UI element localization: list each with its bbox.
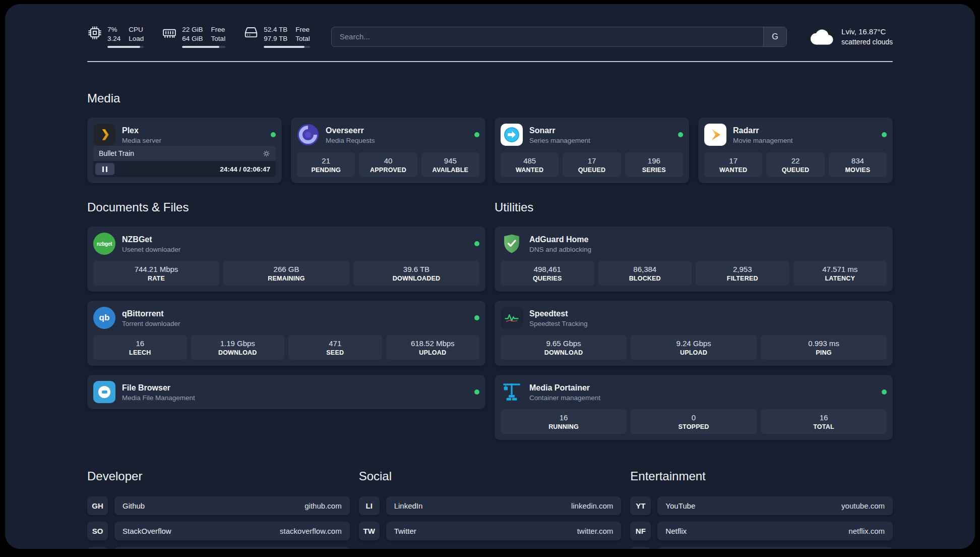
link-github[interactable]: Github github.com <box>114 496 350 515</box>
app-card-plex[interactable]: Plex Media server Bullet Train <box>87 118 282 183</box>
stat-label: BLOCKED <box>600 275 690 282</box>
weather-widget: Lviv, 16.87°C scattered clouds <box>808 26 893 47</box>
app-desc: Movie management <box>733 137 793 144</box>
github-badge[interactable]: GH <box>87 496 108 515</box>
section-title-entertainment: Entertainment <box>630 469 893 483</box>
stat-value: 47.571 ms <box>795 265 885 273</box>
section-developer: Developer GH Github github.com SO StackO… <box>87 469 350 549</box>
status-indicator <box>882 389 887 395</box>
cpu-load-average: 3.24 <box>107 34 120 43</box>
disk-widget: 52.4 TB 97.9 TB Free Total <box>243 25 310 48</box>
link-stackoverflow[interactable]: StackOverflow stackoverflow.com <box>114 522 350 540</box>
link-netflix[interactable]: Netflix netflix.com <box>657 522 893 540</box>
link-row-stackoverflow: SO StackOverflow stackoverflow.com <box>87 522 350 540</box>
app-header: Plex Media server <box>93 124 276 146</box>
now-playing-title: Bullet Train <box>99 149 134 157</box>
app-desc: Speedtest Tracking <box>529 320 588 327</box>
app-name: Sonarr <box>529 126 590 136</box>
qbittorrent-icon: qb <box>93 307 115 329</box>
link-row-github: GH Github github.com <box>87 496 350 515</box>
media-grid: Plex Media server Bullet Train <box>87 118 893 183</box>
stat-value: 17 <box>706 156 760 165</box>
settings-gear-icon[interactable] <box>263 150 270 157</box>
search-engine-button[interactable]: G <box>763 27 786 46</box>
app-card-radarr[interactable]: Radarr Movie management 17 WANTED 22 QUE… <box>698 118 893 183</box>
plex-now-playing: Bullet Train 24:44 / 02:06:47 <box>93 146 276 177</box>
link-name: Netflix <box>665 527 687 535</box>
dashboard: 7% 3.24 CPU Load <box>5 4 975 549</box>
app-header: File Browser Media File Management <box>93 381 479 403</box>
app-card-nzbget[interactable]: nzbget NZBGet Usenet downloader 744.21 M… <box>87 227 485 292</box>
link-row-reddit: RE Reddit reddit.com <box>630 547 893 549</box>
cpu-usage-bar-fill <box>107 46 140 48</box>
stat-value: 834 <box>831 156 885 165</box>
status-indicator <box>882 132 887 137</box>
section-title-developer: Developer <box>87 469 350 483</box>
stat-value: 744.21 Mbps <box>95 265 217 273</box>
stats-row: 9.65 Gbps DOWNLOAD 9.24 Gbps UPLOAD 0.99… <box>501 329 887 360</box>
app-card-overseerr[interactable]: Overseerr Media Requests 21 PENDING 40 A… <box>291 118 485 183</box>
netflix-badge[interactable]: NF <box>630 522 651 540</box>
app-card-qbittorrent[interactable]: qb qBittorrent Torrent downloader 16 LEE… <box>87 301 485 366</box>
link-twitter[interactable]: Twitter twitter.com <box>386 522 622 540</box>
cloud-icon <box>808 28 834 46</box>
stat-movies: 834 MOVIES <box>829 152 887 177</box>
stat-label: REMAINING <box>225 275 347 282</box>
stat-label: WANTED <box>706 166 760 174</box>
stat-leech: 16 LEECH <box>93 335 187 360</box>
search-input[interactable] <box>332 27 763 46</box>
cpu-label2: Load <box>129 34 144 43</box>
dev-badge[interactable]: DT <box>87 547 108 549</box>
app-card-portainer[interactable]: Media Portainer Container management 16 … <box>495 375 893 440</box>
stat-downloaded: 39.6 TB DOWNLOADED <box>353 261 479 286</box>
ram-widget: 22 GiB 64 GiB Free Total <box>162 25 225 48</box>
disk-total-value: 97.9 TB <box>264 34 287 43</box>
link-name: Twitter <box>394 527 416 535</box>
stat-approved: 40 APPROVED <box>359 152 417 177</box>
utilities-column: Utilities <box>495 183 893 440</box>
link-youtube[interactable]: YouTube youtube.com <box>657 496 893 515</box>
search-bar: G <box>331 27 787 47</box>
stat-wanted: 485 WANTED <box>501 152 559 177</box>
disk-usage-bar-fill <box>264 46 304 48</box>
reddit-badge[interactable]: RE <box>630 547 651 549</box>
stat-latency: 47.571 ms LATENCY <box>793 261 887 286</box>
app-name: Overseerr <box>326 126 375 136</box>
nzbget-icon: nzbget <box>93 233 115 255</box>
twitter-badge[interactable]: TW <box>359 522 380 540</box>
disk-usage-bar <box>264 46 310 48</box>
app-card-filebrowser[interactable]: File Browser Media File Management <box>87 375 485 409</box>
app-card-sonarr[interactable]: Sonarr Series management 485 WANTED 17 Q… <box>495 118 689 183</box>
stat-label: STOPPED <box>633 423 755 430</box>
ram-icon <box>162 25 177 40</box>
link-row-dev: DT DEV dev.to <box>87 547 350 549</box>
app-header: Overseerr Media Requests <box>297 124 479 146</box>
ram-usage-bar-fill <box>182 46 219 48</box>
stat-wanted: 17 WANTED <box>704 152 762 177</box>
app-header: Radarr Movie management <box>704 124 887 146</box>
link-dev[interactable]: DEV dev.to <box>114 547 350 549</box>
app-card-adguard[interactable]: AdGuard Home DNS and adblocking 498,461 … <box>495 227 893 292</box>
app-name: AdGuard Home <box>529 235 591 245</box>
app-card-speedtest[interactable]: Speedtest Speedtest Tracking 9.65 Gbps D… <box>495 301 893 366</box>
pause-button[interactable] <box>95 163 114 175</box>
header-divider <box>87 61 893 62</box>
status-indicator <box>474 241 479 246</box>
stackoverflow-badge[interactable]: SO <box>87 522 108 540</box>
plex-icon <box>93 124 115 146</box>
app-desc: Container management <box>529 394 600 402</box>
stat-download: 9.65 Gbps DOWNLOAD <box>501 335 627 360</box>
link-reddit[interactable]: Reddit reddit.com <box>657 547 893 549</box>
ram-total-label: Total <box>211 34 226 43</box>
app-name: qBittorrent <box>122 309 180 319</box>
linkedin-badge[interactable]: LI <box>359 496 380 515</box>
section-title-social: Social <box>359 469 622 483</box>
link-linkedin[interactable]: LinkedIn linkedin.com <box>386 496 622 515</box>
stat-download: 1.19 Gbps DOWNLOAD <box>191 335 285 360</box>
youtube-badge[interactable]: YT <box>630 496 651 515</box>
pause-icon <box>102 166 104 172</box>
stat-label: RATE <box>95 275 217 282</box>
link-url: github.com <box>304 502 341 510</box>
stat-label: APPROVED <box>361 166 415 174</box>
app-name: File Browser <box>122 383 195 393</box>
